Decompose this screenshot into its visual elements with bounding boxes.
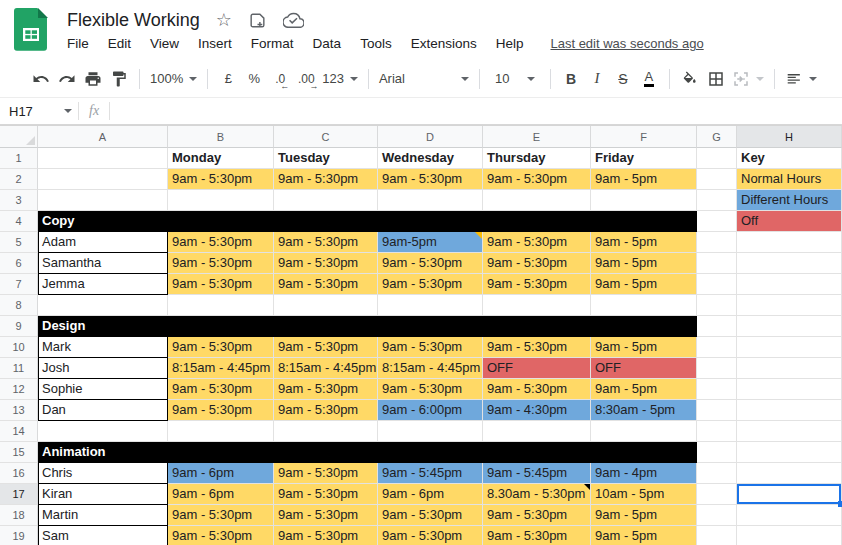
cell-D8[interactable] xyxy=(378,295,483,316)
cell-A1[interactable] xyxy=(38,148,168,169)
cell-C10[interactable]: 9am - 5:30pm xyxy=(274,337,378,358)
cell-H13[interactable] xyxy=(737,400,842,421)
cell-B13[interactable]: 9am - 5:30pm xyxy=(168,400,274,421)
cell-G1[interactable] xyxy=(697,148,737,169)
cell-D17[interactable]: 9am - 6pm xyxy=(378,484,483,505)
bold-button[interactable]: B xyxy=(558,66,584,92)
cell-D11[interactable]: 8:15am - 4:45pm xyxy=(378,358,483,379)
redo-icon[interactable] xyxy=(54,66,80,92)
cell-D5[interactable]: 9am-5pm xyxy=(378,232,483,253)
menu-view[interactable]: View xyxy=(150,36,179,51)
cell-F13[interactable]: 8:30am - 5pm xyxy=(591,400,697,421)
cell-C5[interactable]: 9am - 5:30pm xyxy=(274,232,378,253)
cell-B5[interactable]: 9am - 5:30pm xyxy=(168,232,274,253)
select-all-corner[interactable] xyxy=(0,126,38,148)
font-size-select[interactable]: 10 xyxy=(487,66,543,92)
cell-F19[interactable]: 9am - 5pm xyxy=(591,526,697,545)
cell-E18[interactable]: 9am - 5:30pm xyxy=(483,505,591,526)
cell-E16[interactable]: 9am - 5:45pm xyxy=(483,463,591,484)
cell-D7[interactable]: 9am - 5:30pm xyxy=(378,274,483,295)
cell-F18[interactable]: 9am - 5pm xyxy=(591,505,697,526)
cell-F2[interactable]: 9am - 5pm xyxy=(591,169,697,190)
cell-A17[interactable]: Kiran xyxy=(38,484,168,505)
cell-H5[interactable] xyxy=(737,232,842,253)
cell-G7[interactable] xyxy=(697,274,737,295)
cell-D3[interactable] xyxy=(378,190,483,211)
cell-G17[interactable] xyxy=(697,484,737,505)
menu-format[interactable]: Format xyxy=(251,36,294,51)
cell-E7[interactable]: 9am - 5:30pm xyxy=(483,274,591,295)
menu-tools[interactable]: Tools xyxy=(360,36,392,51)
cell-D4[interactable] xyxy=(378,211,483,232)
cell-F15[interactable] xyxy=(591,442,697,463)
cell-A4[interactable]: Copy xyxy=(38,211,168,232)
cell-F12[interactable]: 9am - 5pm xyxy=(591,379,697,400)
cell-B17[interactable]: 9am - 6pm xyxy=(168,484,274,505)
row-header-17[interactable]: 17 xyxy=(0,484,38,505)
cell-A7[interactable]: Jemma xyxy=(38,274,168,295)
cell-H2[interactable]: Normal Hours xyxy=(737,169,842,190)
row-header-9[interactable]: 9 xyxy=(0,316,38,337)
cell-A19[interactable]: Sam xyxy=(38,526,168,545)
row-header-16[interactable]: 16 xyxy=(0,463,38,484)
undo-icon[interactable] xyxy=(28,66,54,92)
cell-B18[interactable]: 9am - 5:30pm xyxy=(168,505,274,526)
percent-format-button[interactable]: % xyxy=(241,66,267,92)
cell-C2[interactable]: 9am - 5:30pm xyxy=(274,169,378,190)
cell-A2[interactable] xyxy=(38,169,168,190)
cell-F6[interactable]: 9am - 5pm xyxy=(591,253,697,274)
cell-F7[interactable]: 9am - 5pm xyxy=(591,274,697,295)
increase-decimal-button[interactable]: .00→ xyxy=(293,66,319,92)
cell-C9[interactable] xyxy=(274,316,378,337)
formula-input[interactable] xyxy=(110,98,842,124)
italic-button[interactable]: I xyxy=(584,66,610,92)
name-box[interactable]: H17 xyxy=(0,104,78,119)
cell-C13[interactable]: 9am - 5:30pm xyxy=(274,400,378,421)
col-header-G[interactable]: G xyxy=(697,126,737,148)
row-header-4[interactable]: 4 xyxy=(0,211,38,232)
cell-F10[interactable]: 9am - 5pm xyxy=(591,337,697,358)
col-header-D[interactable]: D xyxy=(378,126,483,148)
cell-C4[interactable] xyxy=(274,211,378,232)
cell-H18[interactable] xyxy=(737,505,842,526)
row-header-15[interactable]: 15 xyxy=(0,442,38,463)
cell-H6[interactable] xyxy=(737,253,842,274)
cell-D14[interactable] xyxy=(378,421,483,442)
col-header-H[interactable]: H xyxy=(737,126,842,148)
cell-A3[interactable] xyxy=(38,190,168,211)
decrease-decimal-button[interactable]: .0← xyxy=(267,66,293,92)
cell-D13[interactable]: 9am - 6:00pm xyxy=(378,400,483,421)
cell-E5[interactable]: 9am - 5:30pm xyxy=(483,232,591,253)
cell-D12[interactable]: 9am - 5:30pm xyxy=(378,379,483,400)
currency-format-button[interactable]: £ xyxy=(215,66,241,92)
cell-E8[interactable] xyxy=(483,295,591,316)
cell-E6[interactable]: 9am - 5:30pm xyxy=(483,253,591,274)
menu-edit[interactable]: Edit xyxy=(108,36,131,51)
cell-E4[interactable] xyxy=(483,211,591,232)
cell-C8[interactable] xyxy=(274,295,378,316)
cell-G3[interactable] xyxy=(697,190,737,211)
cell-C11[interactable]: 8:15am - 4:45pm xyxy=(274,358,378,379)
cell-E15[interactable] xyxy=(483,442,591,463)
cell-C12[interactable]: 9am - 5:30pm xyxy=(274,379,378,400)
cell-H11[interactable] xyxy=(737,358,842,379)
text-color-button[interactable]: A xyxy=(636,66,662,92)
cell-C15[interactable] xyxy=(274,442,378,463)
cell-C7[interactable]: 9am - 5:30pm xyxy=(274,274,378,295)
cell-C16[interactable]: 9am - 5:30pm xyxy=(274,463,378,484)
cell-B2[interactable]: 9am - 5:30pm xyxy=(168,169,274,190)
col-header-A[interactable]: A xyxy=(38,126,168,148)
cell-D6[interactable]: 9am - 5:30pm xyxy=(378,253,483,274)
cell-A13[interactable]: Dan xyxy=(38,400,168,421)
cell-G11[interactable] xyxy=(697,358,737,379)
row-header-5[interactable]: 5 xyxy=(0,232,38,253)
cell-G5[interactable] xyxy=(697,232,737,253)
row-header-13[interactable]: 13 xyxy=(0,400,38,421)
cell-G15[interactable] xyxy=(697,442,737,463)
cell-G13[interactable] xyxy=(697,400,737,421)
cell-B3[interactable] xyxy=(168,190,274,211)
cell-H4[interactable]: Off xyxy=(737,211,842,232)
cell-A9[interactable]: Design xyxy=(38,316,168,337)
row-header-8[interactable]: 8 xyxy=(0,295,38,316)
cell-E14[interactable] xyxy=(483,421,591,442)
